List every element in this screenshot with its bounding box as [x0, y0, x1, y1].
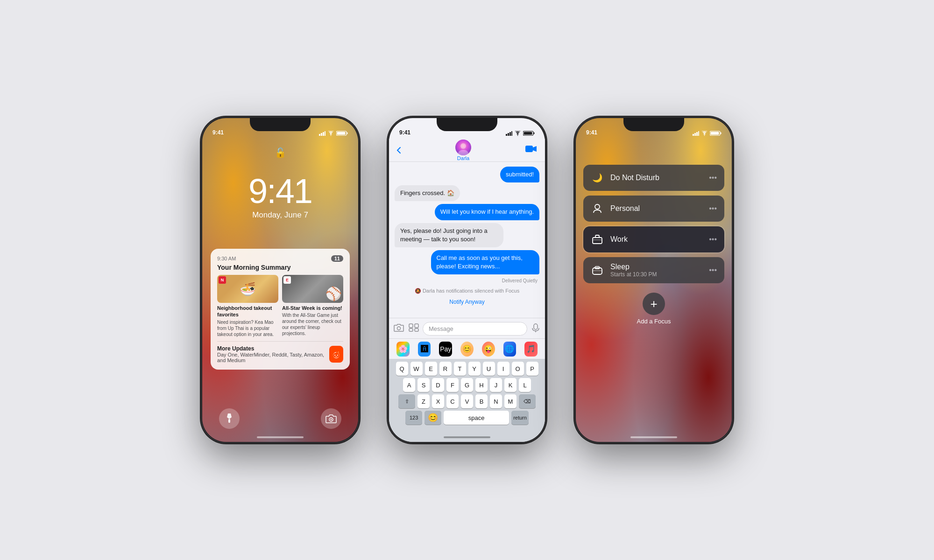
message-text-2: Fingers crossed. 🏠 — [400, 189, 454, 196]
appstore-app-icon[interactable]: 🅰 — [418, 342, 431, 357]
lock-screen-time: 9:41 Monday, June 7 — [202, 174, 358, 220]
audio-icon[interactable] — [531, 323, 540, 335]
message-bubble-4: Yes, please do! Just going into a meetin… — [395, 223, 503, 247]
key-z[interactable]: Z — [417, 394, 430, 408]
music-app-icon[interactable]: 🎵 — [524, 342, 538, 357]
status-icons — [319, 131, 348, 136]
sleep-sublabel: Starts at 10:30 PM — [610, 271, 702, 278]
svg-rect-0 — [319, 134, 320, 136]
key-l[interactable]: L — [519, 378, 531, 392]
key-j[interactable]: J — [490, 378, 502, 392]
key-t[interactable]: T — [454, 362, 466, 376]
flashlight-button[interactable] — [219, 408, 240, 429]
focus-item-dnd[interactable]: 🌙 Do Not Disturb ••• — [583, 165, 724, 191]
apps-icon[interactable] — [409, 323, 419, 334]
key-s[interactable]: S — [417, 378, 430, 392]
key-o[interactable]: O — [512, 362, 524, 376]
key-k[interactable]: K — [504, 378, 517, 392]
memoji-app-icon[interactable]: 😊 — [460, 342, 474, 357]
space-key[interactable]: space — [444, 411, 509, 425]
status-time: 9:41 — [212, 129, 224, 136]
camera-button[interactable] — [321, 408, 341, 429]
notif-divider — [217, 341, 343, 342]
contact-name: Darla — [457, 155, 469, 161]
message-bubble-2: Fingers crossed. 🏠 — [395, 185, 460, 201]
focus-item-work[interactable]: Work ••• — [583, 226, 724, 252]
svg-point-4 — [331, 135, 332, 136]
back-button[interactable] — [396, 147, 401, 154]
globe-app-icon[interactable]: 🌐 — [503, 342, 517, 357]
add-focus-button[interactable]: + — [643, 293, 665, 315]
personal-more-icon[interactable]: ••• — [709, 204, 717, 213]
sleep-more-icon[interactable]: ••• — [709, 266, 717, 274]
keyboard: Q W E R T Y U I O P A S D F G H J K L — [389, 359, 545, 442]
stickers-app-icon[interactable]: 😜 — [482, 342, 495, 357]
lock-time-digits: 9:41 — [202, 174, 358, 209]
svg-point-27 — [460, 143, 466, 149]
focus-panel: 🌙 Do Not Disturb ••• Personal ••• Work •… — [576, 155, 732, 428]
notif-title: Your Morning Summary — [217, 264, 343, 271]
svg-rect-32 — [415, 324, 418, 328]
notif-more-row: More Updates Day One, WaterMinder, Reddi… — [217, 345, 343, 363]
keyboard-row-2: A S D F G H J K L — [391, 378, 543, 392]
message-bubble-3: Will let you know if I hear anything. — [435, 204, 539, 220]
key-c[interactable]: C — [446, 394, 459, 408]
emoji-key[interactable]: 😊 — [425, 411, 441, 425]
sleep-label: Sleep — [610, 263, 702, 271]
work-more-icon[interactable]: ••• — [709, 235, 717, 244]
shift-key[interactable]: ⇧ — [398, 394, 415, 408]
notif-article-2[interactable]: ⚾ E All-Star Week is coming! With the Al… — [282, 275, 343, 337]
applepay-app-icon[interactable]: Pay — [439, 342, 452, 357]
key-q[interactable]: Q — [396, 362, 408, 376]
key-w[interactable]: W — [410, 362, 423, 376]
key-p[interactable]: P — [526, 362, 538, 376]
messages-header: Darla — [389, 139, 545, 162]
svg-rect-2 — [323, 132, 324, 136]
dnd-more-icon[interactable]: ••• — [709, 174, 717, 182]
add-focus-section: + Add a Focus — [637, 293, 671, 325]
article-1-desc: Need inspiration? Kea Mao from Up Thai i… — [217, 319, 278, 337]
key-g[interactable]: G — [461, 378, 473, 392]
svg-rect-38 — [694, 133, 696, 136]
return-key[interactable]: return — [511, 411, 529, 425]
key-d[interactable]: D — [432, 378, 444, 392]
backspace-key[interactable]: ⌫ — [519, 394, 536, 408]
svg-line-13 — [336, 352, 338, 352]
numbers-key[interactable]: 123 — [405, 411, 422, 425]
key-r[interactable]: R — [439, 362, 452, 376]
key-m[interactable]: M — [504, 394, 517, 408]
camera-icon[interactable] — [394, 323, 404, 334]
photos-app-icon[interactable]: 🌸 — [396, 342, 410, 357]
contact-info[interactable]: Darla — [401, 140, 525, 161]
key-x[interactable]: X — [432, 394, 444, 408]
message-input[interactable]: Message — [423, 322, 527, 336]
notif-more-desc: Day One, WaterMinder, Reddit, Tasty, Ama… — [217, 352, 329, 363]
key-v[interactable]: V — [461, 394, 473, 408]
key-i[interactable]: I — [497, 362, 509, 376]
notif-article-1[interactable]: 🍜 N Neighborhood takeout favorites Need … — [217, 275, 278, 337]
message-placeholder: Message — [429, 325, 453, 332]
svg-rect-18 — [508, 133, 509, 136]
dnd-label: Do Not Disturb — [610, 174, 702, 182]
key-b[interactable]: B — [475, 394, 488, 408]
notification-card[interactable]: 9:30 AM 11 Your Morning Summary 🍜 N Neig… — [211, 249, 350, 370]
focus-item-personal[interactable]: Personal ••• — [583, 196, 724, 222]
lock-icon: 🔓 — [275, 147, 286, 158]
svg-rect-43 — [721, 133, 722, 134]
key-u[interactable]: U — [483, 362, 495, 376]
key-f[interactable]: F — [446, 378, 459, 392]
battery-icon — [710, 131, 722, 136]
key-e[interactable]: E — [425, 362, 437, 376]
add-icon: + — [650, 297, 657, 311]
key-n[interactable]: N — [490, 394, 502, 408]
wifi-icon — [514, 131, 521, 136]
notify-anyway-button[interactable]: Notify Anyway — [395, 299, 539, 305]
home-indicator — [257, 436, 304, 438]
key-h[interactable]: H — [475, 378, 488, 392]
key-y[interactable]: Y — [468, 362, 481, 376]
battery-icon — [336, 131, 348, 136]
focus-item-sleep[interactable]: Sleep Starts at 10:30 PM ••• — [583, 257, 724, 283]
key-a[interactable]: A — [403, 378, 415, 392]
svg-rect-6 — [347, 133, 348, 134]
video-call-button[interactable] — [525, 145, 538, 155]
